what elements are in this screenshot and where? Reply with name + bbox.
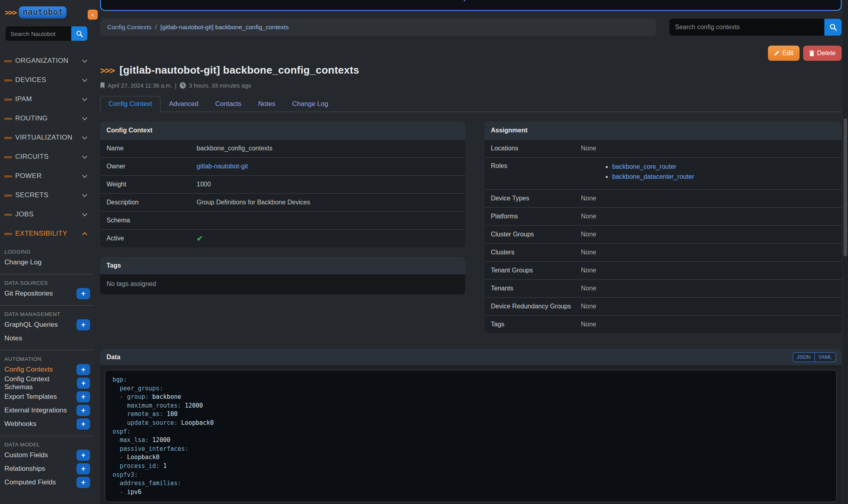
chevron-down-icon — [82, 96, 87, 101]
search-icon — [830, 24, 837, 31]
page-search — [669, 19, 842, 36]
tab-notes[interactable]: Notes — [250, 96, 284, 112]
chevron-down-icon — [82, 58, 87, 63]
add-external-integration-button[interactable]: + — [76, 405, 90, 416]
sidebar-item-export-templates[interactable]: Export Templates + — [0, 390, 93, 404]
breadcrumb-parent-link[interactable]: Config Contexts — [107, 24, 151, 31]
row-value: backbone_config_contexts — [197, 145, 459, 152]
add-git-repository-button[interactable]: + — [76, 288, 90, 299]
tab-change-log[interactable]: Change Log — [284, 96, 337, 112]
updated-timestamp: 3 hours, 33 minutes ago — [189, 82, 251, 89]
row-label: Cluster Groups — [491, 231, 581, 238]
owner-link[interactable]: gitlab-nautobot-git — [197, 163, 248, 170]
table-row: Cluster Groups None — [484, 225, 842, 243]
row-label: Tenants — [491, 285, 581, 292]
sidebar-item-ipam[interactable]: >>> IPAM — [0, 90, 93, 109]
tab-contacts[interactable]: Contacts — [207, 96, 250, 112]
nav-label: JOBS — [15, 210, 83, 218]
edit-button[interactable]: Edit — [768, 46, 800, 61]
list-item: backbone_core_router — [612, 163, 835, 170]
data-panel-title: Data — [107, 354, 121, 361]
logo[interactable]: >>> nautobot — [0, 0, 93, 18]
section-item-label: Custom Fields — [4, 451, 48, 459]
page-search-input[interactable] — [669, 19, 824, 36]
sidebar-item-secrets[interactable]: >>> SECRETS — [0, 186, 93, 205]
scrollbar-thumb[interactable] — [844, 118, 847, 256]
yaml-code: bgp: peer_groups: - group: backbone maxi… — [105, 370, 837, 502]
nav-label: DEVICES — [15, 76, 83, 84]
triple-chevron-icon: >>> — [4, 116, 15, 122]
row-label: Name — [107, 145, 197, 152]
sidebar-item-custom-fields[interactable]: Custom Fields + — [0, 448, 93, 462]
delete-button[interactable]: Delete — [803, 46, 842, 61]
row-value: ✔ — [197, 234, 459, 243]
triple-chevron-icon: >>> — [4, 58, 15, 64]
sidebar-item-graphql-queries[interactable]: GraphQL Queries + — [0, 318, 93, 332]
chevron-down-icon — [82, 154, 87, 159]
sidebar-search-input[interactable] — [6, 26, 71, 41]
role-link[interactable]: backbone_core_router — [612, 163, 676, 170]
nav-label: ROUTING — [15, 114, 83, 122]
sidebar-item-routing[interactable]: >>> ROUTING — [0, 109, 93, 128]
sidebar-item-change-log[interactable]: Change Log — [0, 256, 93, 269]
page-search-button[interactable] — [824, 19, 842, 36]
add-graphql-query-button[interactable]: + — [76, 319, 90, 330]
panel-title: Tags — [100, 257, 465, 274]
sidebar-item-devices[interactable]: >>> DEVICES — [0, 70, 93, 90]
sidebar-item-relationships[interactable]: Relationships + — [0, 462, 93, 476]
sidebar-item-git-repositories[interactable]: Git Repositories + — [0, 287, 93, 300]
panel-title: Assignment — [484, 122, 842, 139]
row-value: backbone_core_router backbone_datacenter… — [581, 162, 835, 180]
add-config-context-schema-button[interactable]: + — [77, 378, 90, 389]
sidebar-item-extensibility[interactable]: >>> EXTENSIBILITY — [0, 224, 93, 243]
yaml-format-button[interactable]: YAML — [815, 352, 836, 362]
sidebar-item-webhooks[interactable]: Webhooks + — [0, 417, 93, 431]
json-format-button[interactable]: JSON — [793, 352, 815, 362]
sidebar-item-external-integrations[interactable]: External Integrations + — [0, 404, 93, 417]
nav-label: IPAM — [15, 95, 83, 103]
section-item-label: Change Log — [4, 258, 42, 266]
chevron-up-icon — [82, 232, 87, 237]
sidebar-collapse-button[interactable]: ‹ — [87, 9, 98, 20]
table-row: Clusters None — [484, 243, 842, 261]
chevron-down-icon — [82, 77, 87, 82]
role-link[interactable]: backbone_datacenter_router — [612, 173, 694, 180]
code-line: remote_as: 100 — [113, 410, 829, 419]
sidebar-item-organization[interactable]: >>> ORGANIZATION — [0, 51, 93, 70]
chevron-down-icon — [82, 173, 87, 178]
tab-bar: Config Context Advanced Contacts Notes C… — [100, 96, 842, 112]
sidebar-item-power[interactable]: >>> POWER — [0, 166, 93, 186]
add-webhook-button[interactable]: + — [76, 418, 90, 430]
sidebar-item-jobs[interactable]: >>> JOBS — [0, 205, 93, 224]
format-toggle-group: JSON YAML — [793, 352, 836, 362]
nav-label: POWER — [15, 172, 83, 180]
sidebar-search-button[interactable] — [71, 26, 87, 41]
sidebar-item-circuits[interactable]: >>> CIRCUITS — [0, 147, 93, 166]
table-row: Platforms None — [484, 207, 842, 225]
bookmark-icon — [100, 82, 105, 89]
add-custom-field-button[interactable]: + — [76, 450, 90, 461]
sidebar-item-computed-fields[interactable]: Computed Fields + — [0, 476, 93, 489]
table-row: Owner gitlab-nautobot-git — [100, 157, 465, 175]
row-value: None — [581, 321, 835, 328]
tab-advanced[interactable]: Advanced — [161, 96, 207, 112]
nav-label: VIRTUALIZATION — [15, 134, 83, 142]
table-row: Device Types None — [484, 189, 842, 207]
sidebar-item-virtualization[interactable]: >>> VIRTUALIZATION — [0, 128, 93, 147]
sidebar-search — [6, 26, 87, 41]
section-item-label: Config Context Schemas — [4, 375, 77, 391]
section-item-label: GraphQL Queries — [4, 321, 58, 329]
sidebar-item-config-context-schemas[interactable]: Config Context Schemas + — [0, 376, 93, 390]
sidebar-item-config-contexts[interactable]: Config Contexts + — [0, 363, 93, 376]
trash-icon — [809, 50, 814, 56]
table-row: Schema — [100, 211, 465, 229]
add-computed-field-button[interactable]: + — [76, 477, 90, 488]
add-relationship-button[interactable]: + — [76, 463, 90, 474]
code-line: ospf: — [113, 428, 829, 436]
sidebar-item-notes[interactable]: Notes — [0, 332, 93, 345]
add-export-template-button[interactable]: + — [76, 391, 90, 402]
add-config-context-button[interactable]: + — [76, 364, 90, 375]
assignment-panel: Assignment Locations None Roles backbone… — [484, 122, 842, 333]
tab-config-context[interactable]: Config Context — [100, 96, 161, 112]
code-line: ospfv3: — [113, 471, 829, 480]
